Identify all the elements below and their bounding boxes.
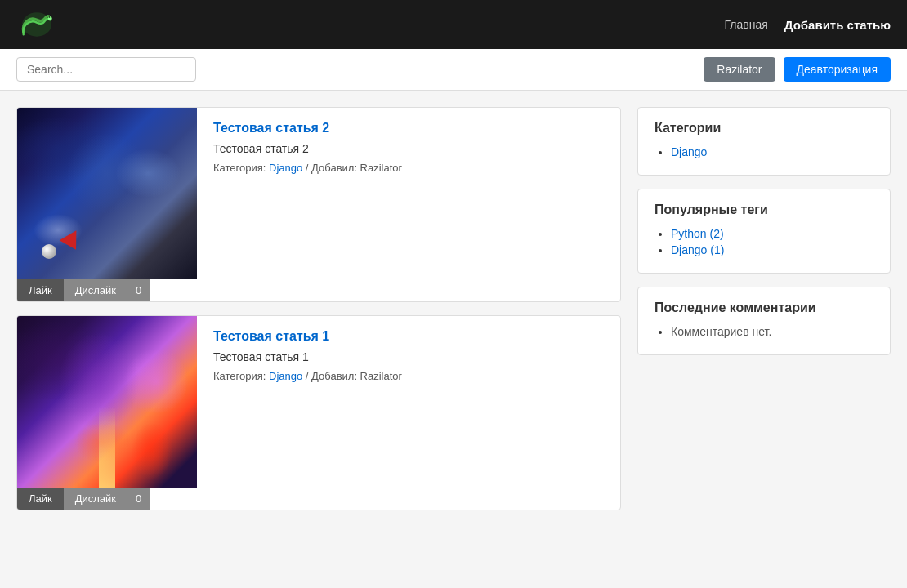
like-count: 0: [127, 488, 150, 510]
like-bar: Лайк Дислайк 0: [17, 279, 620, 301]
tag-link[interactable]: Python (2): [671, 227, 724, 240]
svg-point-1: [48, 16, 52, 20]
article-title[interactable]: Тестовая статья 2: [213, 121, 604, 136]
popular-tags-title: Популярные теги: [655, 203, 873, 217]
categories-widget: Категории Django: [637, 107, 891, 176]
like-count: 0: [127, 279, 150, 301]
dislike-button[interactable]: Дислайк: [64, 488, 127, 510]
articles-column: Тестовая статья 2 Тестовая статья 2 Кате…: [16, 107, 621, 510]
svg-point-2: [49, 16, 51, 18]
like-bar: Лайк Дислайк 0: [17, 488, 620, 510]
dislike-button[interactable]: Дислайк: [64, 279, 127, 301]
list-item: Комментариев нет.: [671, 325, 873, 338]
article-description: Тестовая статья 2: [213, 142, 604, 155]
nav-home[interactable]: Главная: [724, 18, 767, 31]
navbar: Главная Добавить статью: [0, 0, 907, 49]
article-card-inner: Тестовая статья 1 Тестовая статья 1 Кате…: [17, 316, 620, 488]
category-link[interactable]: Django: [671, 145, 707, 158]
sphere-decoration: [42, 244, 56, 259]
category-label: Категория:: [213, 162, 266, 174]
nav-add-article[interactable]: Добавить статью: [784, 18, 891, 32]
comments-list: Комментариев нет.: [655, 325, 873, 338]
categories-list: Django: [655, 145, 873, 158]
article-card: Тестовая статья 2 Тестовая статья 2 Кате…: [16, 107, 621, 302]
light-pillar: [99, 406, 115, 488]
article-info: Тестовая статья 2 Тестовая статья 2 Кате…: [197, 108, 620, 279]
like-button[interactable]: Лайк: [17, 279, 64, 301]
list-item: Django: [671, 145, 873, 158]
article-category-link[interactable]: Django: [269, 162, 302, 174]
main-content: Тестовая статья 2 Тестовая статья 2 Кате…: [0, 91, 907, 527]
recent-comments-widget: Последние комментарии Комментариев нет.: [637, 287, 891, 355]
category-label: Категория:: [213, 370, 266, 382]
tag-link[interactable]: Django (1): [671, 243, 724, 256]
article-title[interactable]: Тестовая статья 1: [213, 329, 604, 344]
snake-icon: [16, 7, 57, 42]
article-meta: Категория: Django / Добавил: Razilator: [213, 370, 604, 382]
deauth-button[interactable]: Деавторизация: [784, 57, 891, 82]
list-item: Django (1): [671, 243, 873, 256]
added-label: / Добавил: Razilator: [306, 370, 402, 382]
top-bar: Razilator Деавторизация: [0, 49, 907, 91]
user-button[interactable]: Razilator: [704, 57, 775, 82]
article-image: [17, 108, 197, 279]
article-meta: Категория: Django / Добавил: Razilator: [213, 162, 604, 174]
logo[interactable]: [16, 7, 57, 42]
article-card: Тестовая статья 1 Тестовая статья 1 Кате…: [16, 315, 621, 510]
article-card-inner: Тестовая статья 2 Тестовая статья 2 Кате…: [17, 108, 620, 279]
no-comments-text: Комментариев нет.: [671, 325, 771, 338]
cloud-decoration: [123, 349, 189, 414]
cloud-decoration: [115, 149, 181, 198]
article-category-link[interactable]: Django: [269, 370, 302, 382]
article-image: [17, 316, 197, 488]
popular-tags-list: Python (2) Django (1): [655, 227, 873, 256]
cloud-decoration: [132, 422, 172, 479]
like-button[interactable]: Лайк: [17, 488, 64, 510]
article-description: Тестовая статья 1: [213, 350, 604, 363]
sidebar: Категории Django Популярные теги Python …: [637, 107, 891, 510]
auth-area: Razilator Деавторизация: [704, 57, 891, 82]
article-info: Тестовая статья 1 Тестовая статья 1 Кате…: [197, 316, 620, 488]
recent-comments-title: Последние комментарии: [655, 301, 873, 315]
categories-title: Категории: [655, 121, 873, 136]
search-input[interactable]: [16, 57, 196, 82]
popular-tags-widget: Популярные теги Python (2) Django (1): [637, 189, 891, 274]
nav-links: Главная Добавить статью: [724, 18, 891, 32]
list-item: Python (2): [671, 227, 873, 240]
added-label: / Добавил: Razilator: [306, 162, 402, 174]
